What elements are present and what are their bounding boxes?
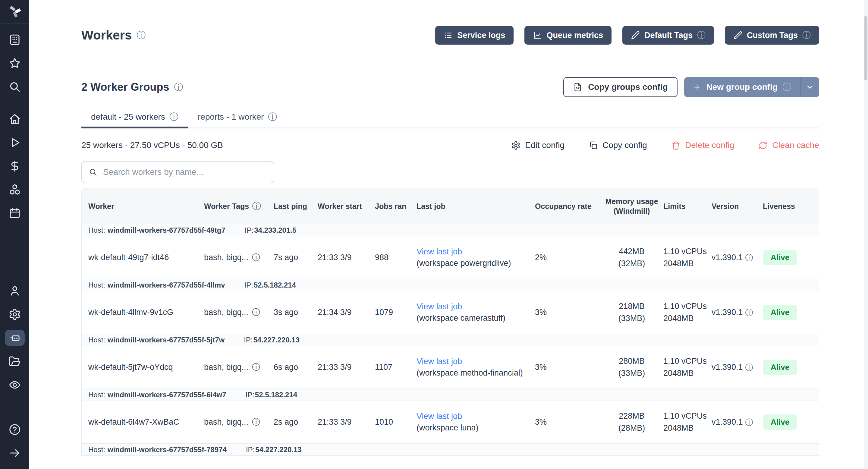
worker-name: wk-default-49tg7-idt46	[82, 253, 204, 262]
tab-reports[interactable]: reports - 1 worker ⓘ	[188, 112, 287, 128]
pencil-icon	[631, 31, 640, 40]
tab-reports-info-icon[interactable]: ⓘ	[268, 113, 277, 122]
refresh-icon	[758, 141, 768, 150]
last-job-workspace: (workspace powergridlive)	[416, 259, 511, 268]
custom-tags-button[interactable]: Custom Tags ⓘ	[725, 26, 819, 44]
liveness: Alive	[763, 250, 819, 265]
host-name: windmill-workers-67757d55f-78974	[107, 445, 227, 454]
tags-info-icon[interactable]: ⓘ	[252, 418, 260, 426]
tags-info-icon[interactable]: ⓘ	[252, 308, 260, 316]
service-logs-button[interactable]: Service logs	[435, 26, 514, 44]
worker-tags: bash, bigq... ⓘ	[204, 417, 274, 427]
workers-robot-icon[interactable]	[0, 326, 29, 350]
last-ping: 2s ago	[274, 417, 318, 427]
memory-usage: 218MB (33MB)	[600, 301, 663, 324]
alive-badge: Alive	[763, 250, 797, 265]
worker-row: wk-default-6l4w7-XwBaC bash, bigq... ⓘ 2…	[82, 401, 819, 443]
page-title: Workers ⓘ	[82, 28, 146, 42]
file-code-icon	[573, 82, 583, 92]
version: v1.390.1 ⓘ	[712, 308, 763, 317]
folders-icon[interactable]	[0, 350, 29, 373]
chevron-down-icon	[806, 83, 814, 91]
view-last-job-link[interactable]: View last job	[416, 247, 462, 256]
view-last-job-link[interactable]: View last job	[416, 302, 462, 311]
help-icon[interactable]	[0, 418, 29, 441]
windmill-logo[interactable]	[0, 0, 29, 24]
clean-cache-button[interactable]: Clean cache	[758, 140, 819, 150]
worker-tags-info-icon[interactable]: ⓘ	[252, 201, 261, 211]
search-icon[interactable]	[0, 75, 29, 99]
new-group-config-dropdown[interactable]	[801, 77, 819, 97]
search-icon	[89, 167, 98, 177]
queue-metrics-button[interactable]: Queue metrics	[524, 26, 612, 44]
occupancy-rate: 3%	[535, 308, 600, 317]
eye-icon[interactable]	[0, 373, 29, 397]
host-row: Host: windmill-workers-67757d55f-5jt7w I…	[82, 334, 819, 346]
view-last-job-link[interactable]: View last job	[416, 357, 462, 366]
edit-config-button[interactable]: Edit config	[511, 140, 564, 150]
version-info-icon[interactable]: ⓘ	[745, 418, 753, 426]
limits: 1.10 vCPUs 2048MB	[663, 410, 712, 434]
line-chart-icon	[533, 31, 542, 40]
trash-icon	[671, 141, 681, 150]
host-row: Host: windmill-workers-67757d55f-4llmv I…	[82, 279, 819, 291]
resources-cubes-icon[interactable]	[0, 178, 29, 201]
worker-name: wk-default-5jt7w-oYdcq	[82, 363, 204, 372]
variables-dollar-icon[interactable]	[0, 154, 29, 178]
apps-icon[interactable]	[0, 28, 29, 52]
col-version: Version	[712, 202, 763, 211]
host-ip: 54.227.220.13	[253, 336, 300, 344]
worker-tags: bash, bigq... ⓘ	[204, 363, 274, 372]
limits: 1.10 vCPUs 2048MB	[663, 246, 712, 269]
scrollbar-thumb[interactable]	[864, 16, 867, 81]
search-input[interactable]	[103, 167, 267, 177]
tab-reports-label: reports - 1 worker	[198, 112, 264, 122]
new-group-config-info-icon[interactable]: ⓘ	[782, 83, 792, 92]
col-limits: Limits	[663, 202, 712, 211]
copy-groups-config-button[interactable]: Copy groups config	[563, 77, 677, 97]
favorites-star-icon[interactable]	[0, 52, 29, 75]
host-ip: 52.5.182.214	[254, 281, 296, 289]
host-ip: 34.233.201.5	[254, 226, 296, 234]
liveness: Alive	[763, 359, 819, 375]
pencil-icon	[733, 31, 742, 40]
schedules-calendar-icon[interactable]	[0, 201, 29, 225]
col-jobs-ran: Jobs ran	[375, 202, 416, 211]
jobs-ran: 988	[375, 253, 416, 262]
title-info-icon[interactable]: ⓘ	[136, 31, 146, 40]
collapse-arrow-right-icon[interactable]	[0, 441, 29, 465]
home-icon[interactable]	[0, 107, 29, 131]
new-group-config-button[interactable]: New group config ⓘ	[684, 77, 800, 97]
page-scrollbar[interactable]	[864, 0, 868, 469]
default-tags-info-icon[interactable]: ⓘ	[697, 31, 706, 39]
main-content: Workers ⓘ Service logs Queue metrics Def…	[29, 0, 868, 469]
user-icon[interactable]	[0, 279, 29, 303]
runs-play-icon[interactable]	[0, 131, 29, 154]
settings-gear-icon[interactable]	[0, 303, 29, 326]
jobs-ran: 1107	[375, 363, 416, 372]
alive-badge: Alive	[763, 414, 797, 430]
host-row: Host: windmill-workers-67757d55f-49tg7 I…	[82, 224, 819, 236]
version-info-icon[interactable]: ⓘ	[745, 254, 753, 262]
col-occupancy-rate: Occupancy rate	[535, 202, 600, 211]
limits: 1.10 vCPUs 2048MB	[663, 301, 712, 324]
tags-info-icon[interactable]: ⓘ	[252, 363, 260, 371]
worker-start: 21:33 3/9	[318, 417, 375, 427]
version-info-icon[interactable]: ⓘ	[745, 364, 753, 371]
new-group-config-label: New group config	[707, 82, 778, 92]
default-tags-button[interactable]: Default Tags ⓘ	[622, 26, 714, 44]
worker-row: wk-default-4llmv-9v1cG bash, bigq... ⓘ 3…	[82, 291, 819, 334]
view-last-job-link[interactable]: View last job	[416, 412, 462, 421]
custom-tags-info-icon[interactable]: ⓘ	[802, 31, 811, 39]
copy-config-button[interactable]: Copy config	[589, 140, 647, 150]
last-ping: 6s ago	[274, 363, 318, 372]
tags-info-icon[interactable]: ⓘ	[252, 253, 260, 262]
delete-config-button[interactable]: Delete config	[671, 140, 734, 150]
last-job: View last job (workspace luna)	[416, 411, 535, 434]
worker-groups-title: 2 Worker Groups ⓘ	[82, 81, 183, 93]
version-info-icon[interactable]: ⓘ	[745, 309, 753, 316]
version: v1.390.1 ⓘ	[712, 253, 763, 262]
worker-groups-info-icon[interactable]: ⓘ	[174, 83, 183, 92]
tab-default-info-icon[interactable]: ⓘ	[169, 113, 179, 122]
tab-default[interactable]: default - 25 workers ⓘ	[82, 112, 188, 128]
